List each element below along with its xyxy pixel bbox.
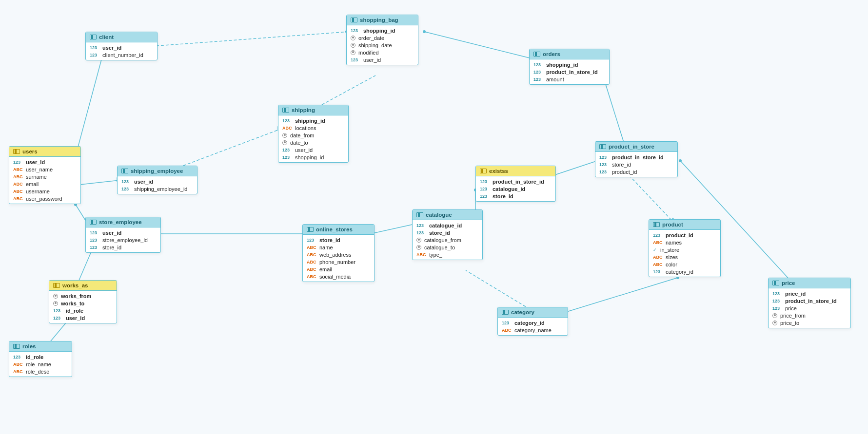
field-sb-order_date: order_date [347, 34, 418, 41]
table-price-header: price [769, 278, 850, 288]
table-shopping-bag-header: shopping_bag [347, 15, 418, 25]
field-sh-shopping_id: 123 shopping_id [278, 153, 348, 161]
table-icon-works-as [53, 283, 60, 288]
table-store-employee[interactable]: store_employee 123 user_id 123 store_emp… [85, 217, 161, 253]
table-shopping-bag[interactable]: shopping_bag 123 shopping_id order_date … [346, 15, 418, 65]
field-wa-works_from: works_from [49, 292, 117, 300]
table-shipping-employee[interactable]: shipping_employee 123 user_id 123 shippi… [117, 166, 197, 194]
field-pr-price_from: price_from [769, 312, 850, 319]
field-sb-user_id: 123 user_id [347, 56, 418, 63]
field-cat-store_id: 123 store_id [413, 229, 482, 236]
field-ex-product_in_store_id: 123 product_in_store_id [476, 178, 555, 185]
field-os-name: ABC name [303, 244, 374, 251]
svg-line-0 [76, 56, 102, 156]
field-ex-catalogue_id: 123 catalogue_id [476, 185, 555, 192]
table-icon-shipping-employee [121, 169, 128, 173]
field-prod-category_id: 123 category_id [649, 268, 720, 275]
table-icon-product [653, 222, 660, 227]
svg-point-16 [423, 30, 426, 33]
table-online-stores[interactable]: online_stores 123 store_id ABC name ABC … [302, 224, 375, 282]
svg-line-19 [322, 75, 375, 105]
table-product-body: 123 product_id ABC names ✓ in_store ABC … [649, 230, 720, 277]
table-catalogue-body: 123 catalogue_id 123 store_id catalogue_… [413, 220, 482, 260]
field-sh-user_id: 123 user_id [278, 146, 348, 153]
field-os-social_media: ABC social_media [303, 273, 374, 280]
field-pr-price: 123 price [769, 304, 850, 312]
table-users-header: users [9, 147, 80, 157]
field-ex-store_id: 123 store_id [476, 192, 555, 200]
svg-line-3 [76, 180, 119, 185]
table-category-body: 123 category_id ABC category_name [498, 318, 568, 335]
field-ord-amount: 123 amount [530, 75, 609, 83]
field-os-phone_number: ABC phone_number [303, 258, 374, 265]
table-icon-users [13, 149, 20, 154]
table-product-header: product [649, 220, 720, 230]
field-pr-price_to: price_to [769, 319, 850, 326]
field-prod-color: ABC color [649, 261, 720, 268]
field-pis-store_id: 123 store_id [595, 161, 677, 168]
field-sh-date_to: date_to [278, 139, 348, 146]
field-sb-shopping_id: 123 shopping_id [347, 27, 418, 34]
table-users-body: 123 user_id ABC user_name ABC surname AB… [9, 157, 80, 204]
table-shopping-bag-body: 123 shopping_id order_date shipping_date… [347, 25, 418, 65]
field-sh-shipping_id: 123 shipping_id [278, 117, 348, 124]
svg-line-12 [151, 32, 349, 46]
table-works-as-header: works_as [49, 281, 117, 291]
field-cgy-category_name: ABC category_name [498, 326, 568, 334]
table-client-body: 123 user_id 123 client_number_id [86, 42, 157, 60]
table-existss[interactable]: existss 123 product_in_store_id 123 cata… [475, 166, 556, 202]
table-category[interactable]: category 123 category_id ABC category_na… [497, 307, 568, 336]
field-client-client_number_id: 123 client_number_id [86, 51, 157, 58]
table-orders-body: 123 shopping_id 123 product_in_store_id … [530, 59, 609, 84]
er-diagram-canvas: users 123 user_id ABC user_name ABC surn… [0, 0, 868, 434]
table-icon-orders [533, 52, 540, 57]
table-product[interactable]: product 123 product_id ABC names ✓ in_st… [649, 219, 721, 277]
field-se-shipping_employee_id: 123 shipping_employee_id [118, 185, 197, 192]
field-os-store_id: 123 store_id [303, 236, 374, 244]
field-prod-names: ABC names [649, 239, 720, 246]
table-catalogue[interactable]: catalogue 123 catalogue_id 123 store_id … [412, 209, 483, 260]
table-existss-body: 123 product_in_store_id 123 catalogue_id… [476, 176, 555, 201]
svg-line-33 [551, 278, 678, 317]
table-product-in-store[interactable]: product_in_store 123 product_in_store_id… [595, 141, 678, 177]
table-works-as-body: works_from works_to 123 id_role 123 user… [49, 291, 117, 323]
table-price[interactable]: price 123 price_id 123 product_in_store_… [768, 278, 851, 328]
field-os-web_address: ABC web_address [303, 251, 374, 258]
field-cat-catalogue_id: 123 catalogue_id [413, 222, 482, 229]
field-prod-in_store: ✓ in_store [649, 246, 720, 253]
svg-line-8 [78, 248, 93, 283]
field-prod-sizes: ABC sizes [649, 253, 720, 261]
field-cgy-category_id: 123 category_id [498, 319, 568, 326]
table-shipping[interactable]: shipping 123 shipping_id ABC locations d… [278, 105, 349, 163]
field-roles-role_name: ABC role_name [9, 360, 72, 368]
field-storemp-store_id: 123 store_id [86, 244, 160, 251]
field-wa-id_role: 123 id_role [49, 307, 117, 314]
table-users[interactable]: users 123 user_id ABC user_name ABC surn… [9, 146, 81, 204]
table-catalogue-header: catalogue [413, 210, 482, 220]
field-se-user_id: 123 user_id [118, 178, 197, 185]
table-orders[interactable]: orders 123 shopping_id 123 product_in_st… [529, 49, 610, 85]
table-online-stores-header: online_stores [303, 225, 374, 235]
table-icon-store-employee [90, 220, 97, 225]
table-icon-category [502, 310, 509, 315]
svg-line-29 [371, 224, 414, 234]
field-pis-product_id: 123 product_id [595, 168, 677, 175]
field-users-user_id: 123 user_id [9, 158, 80, 166]
table-icon-product-in-store [599, 144, 606, 149]
table-product-in-store-header: product_in_store [595, 142, 677, 152]
table-works-as[interactable]: works_as works_from works_to 123 id_role… [49, 280, 117, 323]
table-icon-existss [480, 169, 487, 173]
field-pr-price_id: 123 price_id [769, 290, 850, 297]
field-users-user_name: ABC user_name [9, 166, 80, 173]
svg-point-39 [679, 159, 682, 162]
field-storemp-user_id: 123 user_id [86, 229, 160, 236]
field-roles-id_role: 123 id_role [9, 353, 72, 360]
table-client[interactable]: client 123 user_id 123 client_number_id [85, 32, 158, 60]
table-roles[interactable]: roles 123 id_role ABC role_name ABC role… [9, 341, 72, 377]
table-shipping-employee-header: shipping_employee [118, 166, 197, 176]
field-sh-date_from: date_from [278, 132, 348, 139]
table-icon-shipping [282, 108, 289, 113]
table-price-body: 123 price_id 123 product_in_store_id 123… [769, 288, 850, 328]
table-shipping-body: 123 shipping_id ABC locations date_from … [278, 115, 348, 162]
field-cat-catalogue_from: catalogue_from [413, 236, 482, 244]
